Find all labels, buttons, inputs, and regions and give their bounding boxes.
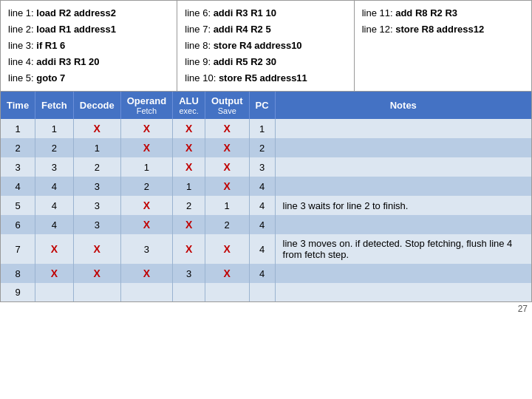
x-mark: X	[143, 267, 150, 279]
code-col-3: line 11: add R8 R2 R3line 12: store R8 a…	[355, 1, 531, 91]
x-mark: X	[143, 142, 150, 154]
pipeline-table: TimeFetchDecodeOperandFetchALUexec.Outpu…	[1, 92, 531, 301]
code-line: line 10: store R5 address11	[185, 70, 346, 86]
table-header-notes: Notes	[275, 92, 531, 119]
code-line: line 6: addi R3 R1 10	[185, 5, 346, 21]
cell-fetch: 4	[35, 177, 74, 196]
table-row: 7XX3XX4line 3 moves on. if detected. Sto…	[1, 234, 531, 264]
cell-alu: X	[173, 234, 205, 264]
cell-pc: 4	[249, 264, 275, 283]
table-header-output-save: OutputSave	[205, 92, 249, 119]
cell-pc: 1	[249, 119, 275, 138]
table-header-pc: PC	[249, 92, 275, 119]
table-header-operand-fetch: OperandFetch	[120, 92, 172, 119]
cell-output: 1	[205, 196, 249, 215]
x-mark: X	[185, 123, 192, 134]
cell-output: X	[205, 138, 249, 157]
cell-alu: X	[173, 119, 205, 138]
cell-notes	[275, 177, 531, 196]
cell-time: 1	[1, 119, 35, 138]
cell-alu: 2	[173, 196, 205, 215]
cell-output: 2	[205, 215, 249, 234]
cell-pc: 4	[249, 234, 275, 264]
cell-operand: 2	[120, 177, 172, 196]
cell-fetch	[35, 283, 74, 301]
x-mark: X	[94, 243, 100, 255]
cell-notes	[275, 157, 531, 177]
cell-decode	[73, 283, 120, 301]
code-line: line 2: load R1 address1	[8, 21, 169, 38]
cell-notes	[275, 215, 531, 234]
cell-decode: 2	[73, 157, 120, 177]
code-line: line 12: store R8 address12	[362, 21, 524, 38]
cell-output: X	[205, 119, 249, 138]
cell-time: 8	[1, 264, 35, 283]
cell-notes	[275, 264, 531, 283]
cell-decode: 1	[73, 138, 120, 157]
code-col-2: line 6: addi R3 R1 10line 7: addi R4 R2 …	[177, 1, 354, 91]
cell-notes	[275, 119, 531, 138]
cell-alu: 3	[173, 264, 205, 283]
cell-decode: 3	[73, 177, 120, 196]
x-mark: X	[51, 243, 58, 255]
cell-notes	[275, 138, 531, 157]
cell-output: X	[205, 234, 249, 264]
table-row: 44321X4	[1, 177, 531, 196]
table-header-time: Time	[1, 92, 35, 119]
cell-fetch: 3	[35, 157, 74, 177]
cell-notes	[275, 283, 531, 301]
table-header-fetch: Fetch	[35, 92, 74, 119]
x-mark: X	[185, 161, 192, 173]
x-mark: X	[51, 267, 58, 279]
cell-output: X	[205, 264, 249, 283]
table-row: 9	[1, 283, 531, 301]
cell-output: X	[205, 157, 249, 177]
table-row: 8XXX3X4	[1, 264, 531, 283]
table-header-decode: Decode	[73, 92, 120, 119]
code-line: line 3: if R1 6	[8, 38, 169, 54]
cell-operand: 3	[120, 234, 172, 264]
table-row: 543X214line 3 waits for line 2 to finish…	[1, 196, 531, 215]
cell-decode: 3	[73, 215, 120, 234]
x-mark: X	[143, 219, 150, 231]
cell-operand: X	[120, 196, 172, 215]
cell-pc: 4	[249, 196, 275, 215]
table-header-alu-exec.: ALUexec.	[173, 92, 205, 119]
table-row: 11XXXX1	[1, 119, 531, 138]
cell-time: 7	[1, 234, 35, 264]
x-mark: X	[94, 123, 100, 134]
cell-operand: X	[120, 215, 172, 234]
cell-alu: 1	[173, 177, 205, 196]
cell-alu: X	[173, 138, 205, 157]
x-mark: X	[224, 161, 231, 173]
code-section: line 1: load R2 address2line 2: load R1 …	[0, 0, 532, 91]
x-mark: X	[224, 243, 231, 255]
cell-alu: X	[173, 157, 205, 177]
cell-time: 4	[1, 177, 35, 196]
cell-output	[205, 283, 249, 301]
cell-notes: line 3 waits for line 2 to finish.	[275, 196, 531, 215]
code-line: line 1: load R2 address2	[8, 5, 169, 21]
code-line: line 7: addi R4 R2 5	[185, 21, 346, 38]
cell-pc: 2	[249, 138, 275, 157]
cell-fetch: 4	[35, 196, 74, 215]
table-row: 3321XX3	[1, 157, 531, 177]
x-mark: X	[185, 142, 192, 154]
x-mark: X	[94, 267, 100, 279]
x-mark: X	[224, 267, 231, 279]
x-mark: X	[185, 243, 192, 255]
cell-fetch: X	[35, 264, 74, 283]
cell-decode: X	[73, 119, 120, 138]
code-line: line 5: goto 7	[8, 70, 169, 86]
table-row: 221XXX2	[1, 138, 531, 157]
x-mark: X	[143, 200, 150, 211]
x-mark: X	[224, 142, 231, 154]
cell-operand: X	[120, 138, 172, 157]
code-line: line 4: addi R3 R1 20	[8, 54, 169, 70]
table-row: 643XX24	[1, 215, 531, 234]
x-mark: X	[185, 219, 192, 231]
cell-time: 5	[1, 196, 35, 215]
cell-fetch: 4	[35, 215, 74, 234]
cell-alu: X	[173, 215, 205, 234]
x-mark: X	[143, 123, 150, 134]
